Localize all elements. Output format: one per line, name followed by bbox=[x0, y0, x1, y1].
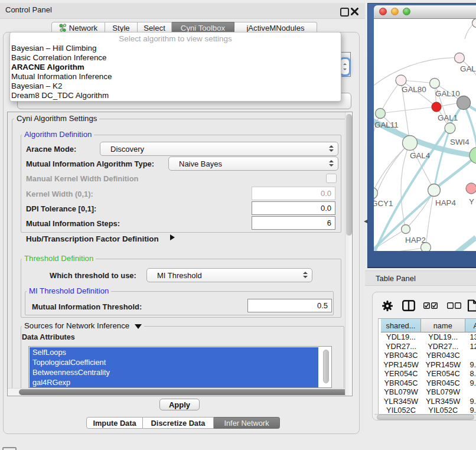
float-window-icon[interactable] bbox=[340, 8, 349, 17]
table-row[interactable]: YLR345WYLR345W9. bbox=[379, 397, 476, 406]
dropdown-item-6[interactable]: Dream8 DC_TDC Algorithm bbox=[11, 91, 109, 100]
node-label-gal2: GAL2 bbox=[460, 64, 476, 73]
dropdown-item-1[interactable]: Bayesian – Hill Climbing bbox=[11, 44, 96, 53]
tab-label: jActiveMNodules bbox=[246, 24, 304, 32]
hub-expand-arrow-icon[interactable] bbox=[170, 234, 175, 240]
cell-name: YBR043C bbox=[421, 351, 465, 360]
table-row[interactable]: YER054CYER054C8. bbox=[379, 369, 476, 379]
which-threshold-label: Which threshold to use: bbox=[50, 271, 136, 280]
network-node-gal4[interactable] bbox=[403, 136, 418, 151]
tab-label: Select bbox=[144, 24, 165, 32]
table-row[interactable]: YBR045CYBR045C9. bbox=[379, 379, 476, 388]
column-header-name[interactable]: name bbox=[421, 319, 465, 332]
table-row[interactable]: YPR145WYPR145W9. bbox=[379, 360, 476, 370]
node-label-y: Y bbox=[469, 197, 474, 206]
checked-pair-icon[interactable] bbox=[423, 302, 438, 309]
cell-name: YER054C bbox=[421, 369, 465, 379]
mi-algorithm-type-value: Naive Bayes bbox=[179, 159, 222, 168]
close-traffic-light[interactable] bbox=[379, 8, 387, 15]
bottom-tab-impute-data[interactable]: Impute Data bbox=[86, 417, 143, 429]
network-node-gal10[interactable] bbox=[430, 79, 440, 89]
hub-definition-label[interactable]: Hub/Transcription Factor Definition bbox=[26, 234, 159, 243]
tab-label: Impute Data bbox=[93, 419, 136, 428]
dropdown-item-4[interactable]: Mutual Information Inference bbox=[11, 72, 112, 81]
algorithm-combo-arrow-button[interactable] bbox=[341, 59, 349, 74]
attribute-item[interactable]: BetweennessCentrality bbox=[30, 367, 318, 377]
zoom-traffic-light[interactable] bbox=[403, 8, 410, 15]
bottom-tab-discretize-data[interactable]: Discretize Data bbox=[143, 417, 214, 429]
mi-threshold-field[interactable]: 0.5 bbox=[247, 299, 332, 312]
page-icon[interactable] bbox=[467, 299, 476, 312]
cell-value: 9. bbox=[465, 406, 476, 413]
dpi-tolerance-field[interactable]: 0.0 bbox=[252, 201, 335, 215]
dropdown-prompt: Select algorithm to view settings bbox=[10, 34, 341, 43]
manual-kernel-width-checkbox[interactable] bbox=[326, 174, 337, 183]
manual-kernel-width-label: Manual Kernel Width Definition bbox=[26, 174, 138, 183]
kernel-width-field[interactable]: 0.0 bbox=[252, 187, 335, 200]
mi-steps-field[interactable]: 6 bbox=[252, 216, 335, 230]
node-label-swi4: SWI4 bbox=[450, 138, 470, 146]
gear-icon[interactable] bbox=[382, 300, 393, 312]
data-attributes-label: Data Attributes bbox=[22, 333, 75, 341]
cell-value: 9. bbox=[465, 360, 476, 370]
which-threshold-combo[interactable]: MI Threshold bbox=[146, 268, 312, 282]
table-hscrollbar-thumb[interactable] bbox=[377, 415, 474, 420]
sources-title-wrap[interactable]: Sources for Network Inference bbox=[22, 322, 144, 330]
network-node-hap2[interactable] bbox=[402, 225, 410, 234]
cell-value: 13. bbox=[465, 332, 476, 342]
network-node-gal80[interactable] bbox=[396, 75, 406, 86]
dropdown-item-2[interactable]: Basic Correlation Inference bbox=[11, 53, 107, 63]
network-node-gal2[interactable] bbox=[455, 53, 465, 63]
column-header-partial[interactable]: Av... bbox=[465, 319, 476, 332]
combo-arrows-icon bbox=[329, 160, 334, 167]
apply-button[interactable]: Apply bbox=[159, 399, 200, 410]
network-node-hap4[interactable] bbox=[428, 184, 441, 197]
network-node-gal1[interactable] bbox=[432, 102, 441, 112]
docked-panel-icon[interactable] bbox=[2, 447, 17, 450]
node-label-gal11: GAL11 bbox=[374, 120, 399, 129]
dropdown-item-3[interactable]: ARACNE Algorithm bbox=[11, 63, 84, 72]
network-node-y[interactable] bbox=[466, 183, 476, 194]
application-window: Control Panel Cyni Algorithm Settings Al… bbox=[0, 0, 476, 450]
control-panel-title: Control Panel bbox=[5, 5, 52, 14]
close-icon[interactable] bbox=[351, 8, 358, 15]
bottom-tab-infer-network[interactable]: Infer Network bbox=[214, 417, 280, 429]
combo-arrows-icon bbox=[303, 272, 308, 279]
minimize-traffic-light[interactable] bbox=[391, 8, 399, 15]
table-row[interactable]: YBR043CYBR043C bbox=[379, 351, 476, 360]
table-row[interactable]: YIL052CYIL052C9. bbox=[379, 406, 476, 413]
network-node-gcy1[interactable] bbox=[374, 188, 378, 199]
combo-arrows-icon bbox=[329, 145, 334, 152]
table-row[interactable]: YDR27...YDR27...12. bbox=[379, 342, 476, 351]
network-window-titlebar[interactable] bbox=[374, 5, 476, 19]
settings-vscrollbar-thumb[interactable] bbox=[346, 114, 352, 236]
cyni-algorithm-settings-title: Cyni Algorithm Settings bbox=[14, 115, 99, 123]
unchecked-pair-icon[interactable] bbox=[447, 302, 461, 309]
cell-value: 9. bbox=[465, 397, 476, 406]
split-pane-icon[interactable] bbox=[402, 300, 415, 311]
network-node-swi4[interactable] bbox=[445, 123, 455, 133]
attribute-list-scrollbar-thumb[interactable] bbox=[323, 350, 329, 383]
dropdown-item-5[interactable]: Bayesian – K2 bbox=[11, 81, 62, 91]
sources-title: Sources for Network Inference bbox=[24, 321, 129, 330]
kernel-width-label: Kernel Width (0,1): bbox=[26, 190, 93, 198]
sources-collapse-arrow-icon[interactable] bbox=[135, 324, 142, 329]
algorithm-definition-title: Algorithm Definition bbox=[22, 131, 94, 139]
settings-hscrollbar-thumb[interactable] bbox=[19, 389, 350, 395]
attribute-item[interactable]: gal4RGexp bbox=[30, 377, 318, 387]
network-node[interactable] bbox=[472, 19, 476, 28]
attribute-item[interactable]: TopologicalCoefficient bbox=[30, 357, 318, 367]
attribute-item[interactable]: SelfLoops bbox=[30, 347, 318, 357]
mi-algorithm-type-combo[interactable]: Naive Bayes bbox=[168, 156, 338, 171]
table-row[interactable]: YDL19...YDL19...13. bbox=[379, 332, 476, 342]
cell-shared-name: YER054C bbox=[381, 369, 421, 379]
network-view-canvas[interactable]: GAL2GAL80GAL10GAL1GAL11SWI4GAL4YHAP4GCY1… bbox=[374, 19, 476, 251]
network-node-gal11[interactable] bbox=[376, 109, 386, 119]
node-label-gal1: GAL1 bbox=[438, 113, 458, 122]
aracne-mode-combo[interactable]: Discovery bbox=[100, 142, 338, 156]
column-header-shared-name[interactable]: shared... bbox=[381, 319, 421, 332]
table-row[interactable]: YBL079WYBL079W bbox=[379, 387, 476, 397]
mi-algorithm-type-label: Mutual Information Algorithm Type: bbox=[26, 159, 154, 168]
node-label-gal10: GAL10 bbox=[435, 89, 460, 98]
data-attributes-list[interactable]: SelfLoopsTopologicalCoefficientBetweenne… bbox=[28, 346, 332, 388]
